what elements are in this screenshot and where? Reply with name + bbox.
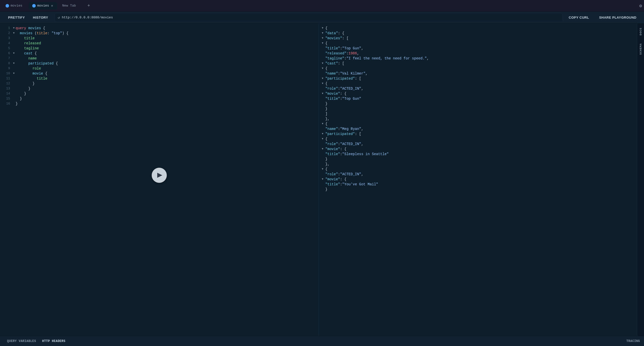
share-playground-button[interactable]: SHARE PLAYGROUND — [596, 14, 640, 21]
json-fold-20[interactable]: ▼ — [322, 121, 325, 126]
tab-close-button[interactable]: ✕ — [51, 4, 54, 8]
settings-button[interactable]: ⚙ — [639, 3, 642, 9]
line-num-10: 10 — [4, 71, 10, 76]
code-content-10: movie { — [16, 71, 47, 76]
json-line-2: ▼ "data" : { — [319, 31, 637, 36]
line-num-16: 16 — [4, 101, 10, 106]
json-fold-30 — [322, 172, 325, 177]
code-content-2: movies (title: "top") { — [16, 31, 68, 36]
run-query-button[interactable] — [152, 168, 167, 183]
fold-10[interactable]: ▼ — [13, 71, 15, 76]
json-fold-16 — [322, 101, 325, 106]
json-line-23: ▼ { — [319, 136, 637, 142]
json-fold-18 — [322, 111, 325, 116]
browser-chrome: movies movies ✕ New Tab + ⚙ — [0, 0, 644, 12]
code-line-1: 1 ▼ query movies { — [0, 26, 318, 31]
json-line-27: } — [319, 157, 637, 162]
json-fold-9[interactable]: ▼ — [322, 66, 325, 71]
json-fold-14[interactable]: ▼ — [322, 91, 325, 96]
code-line-4: 4 released — [0, 41, 318, 46]
code-content-11: title — [16, 76, 47, 81]
code-content-15: } — [16, 96, 22, 101]
fold-5 — [13, 46, 15, 51]
json-fold-1[interactable]: ▼ — [322, 26, 325, 31]
code-line-6: 6 ▼ cast { — [0, 51, 318, 56]
tab-movies-2[interactable]: movies ✕ — [29, 2, 57, 9]
code-line-9: 9 role — [0, 66, 318, 71]
json-line-31: ▼ "movie" : { — [319, 177, 637, 182]
json-fold-11[interactable]: ▼ — [322, 76, 325, 81]
url-text: http://0.0.0.0:8080/movies — [62, 16, 113, 19]
url-bar[interactable]: ↺ http://0.0.0.0:8080/movies — [55, 14, 562, 21]
tab-favicon-2 — [32, 4, 36, 8]
json-line-28: }, — [319, 162, 637, 167]
fold-8[interactable]: ▼ — [13, 61, 15, 66]
query-variables-tab[interactable]: QUERY VARIABLES — [4, 337, 39, 345]
code-content-16: } — [16, 101, 18, 106]
fold-16 — [13, 101, 15, 106]
line-num-4: 4 — [4, 41, 10, 46]
line-num-13: 13 — [4, 86, 10, 91]
line-num-14: 14 — [4, 91, 10, 96]
right-sidebar: DOCS SCHEMA — [637, 24, 644, 336]
json-fold-2[interactable]: ▼ — [322, 31, 325, 36]
json-line-24: "role" : "ACTED_IN" , — [319, 142, 637, 147]
results-panel: ▼ { ▼ "data" : { ▼ "movies" : [ ▼ { "tit… — [318, 24, 637, 336]
json-fold-25[interactable]: ▼ — [322, 147, 325, 152]
json-line-9: ▼ { — [319, 66, 637, 71]
code-content-9: role — [16, 66, 41, 71]
line-num-8: 8 — [4, 61, 10, 66]
line-num-12: 12 — [4, 81, 10, 86]
line-num-6: 6 — [4, 51, 10, 56]
http-headers-tab[interactable]: HTTP HEADERS — [39, 337, 68, 345]
json-line-4: ▼ { — [319, 41, 637, 46]
line-num-11: 11 — [4, 76, 10, 81]
fold-9 — [13, 66, 15, 71]
fold-3 — [13, 36, 15, 41]
tab-movies-1[interactable]: movies — [2, 2, 27, 9]
tab-new[interactable]: New Tab — [59, 2, 84, 9]
fold-11 — [13, 76, 15, 81]
json-fold-6 — [322, 51, 325, 56]
code-line-5: 5 tagline — [0, 46, 318, 51]
json-fold-12[interactable]: ▼ — [322, 81, 325, 86]
fold-15 — [13, 96, 15, 101]
play-icon — [157, 173, 162, 178]
code-line-16: 16 } — [0, 101, 318, 106]
fold-2[interactable]: ▼ — [13, 31, 15, 36]
refresh-icon[interactable]: ↺ — [58, 15, 60, 20]
fold-1[interactable]: ▼ — [13, 26, 15, 31]
code-content-1: query movies { — [16, 26, 45, 31]
new-tab-button[interactable]: + — [85, 2, 92, 9]
json-fold-10 — [322, 71, 325, 76]
fold-6[interactable]: ▼ — [13, 51, 15, 56]
json-fold-3[interactable]: ▼ — [322, 36, 325, 41]
copy-curl-button[interactable]: COPY CURL — [565, 14, 593, 21]
json-line-21: "name" : "Meg Ryan" , — [319, 126, 637, 131]
gear-icon: ⚙ — [639, 4, 642, 9]
json-line-14: ▼ "movie" : { — [319, 91, 637, 96]
json-fold-7 — [322, 56, 325, 61]
json-line-33: } — [319, 187, 637, 192]
json-line-22: ▼ "participated" : [ — [319, 131, 637, 136]
json-fold-4[interactable]: ▼ — [322, 41, 325, 46]
schema-tab[interactable]: SCHEMA — [638, 39, 643, 59]
code-content-7: name — [16, 56, 37, 61]
json-fold-26 — [322, 152, 325, 157]
json-fold-8[interactable]: ▼ — [322, 61, 325, 66]
json-fold-23[interactable]: ▼ — [322, 136, 325, 142]
history-button[interactable]: HISTORY — [29, 13, 52, 22]
json-line-17: } — [319, 106, 637, 111]
json-fold-22[interactable]: ▼ — [322, 131, 325, 136]
docs-tab[interactable]: DOCS — [638, 24, 643, 39]
query-editor[interactable]: 1 ▼ query movies { 2 ▼ movies (title: "t… — [0, 24, 318, 336]
json-fold-31[interactable]: ▼ — [322, 177, 325, 182]
code-line-13: 13 } — [0, 86, 318, 91]
json-fold-17 — [322, 106, 325, 111]
code-line-2: 2 ▼ movies (title: "top") { — [0, 31, 318, 36]
prettify-button[interactable]: PRETTIFY — [4, 13, 29, 22]
json-fold-29[interactable]: ▼ — [322, 167, 325, 172]
toolbar: PRETTIFY HISTORY ↺ http://0.0.0.0:8080/m… — [0, 12, 644, 24]
json-line-6: "released" : 1986 , — [319, 51, 637, 56]
code-line-14: 14 } — [0, 91, 318, 96]
